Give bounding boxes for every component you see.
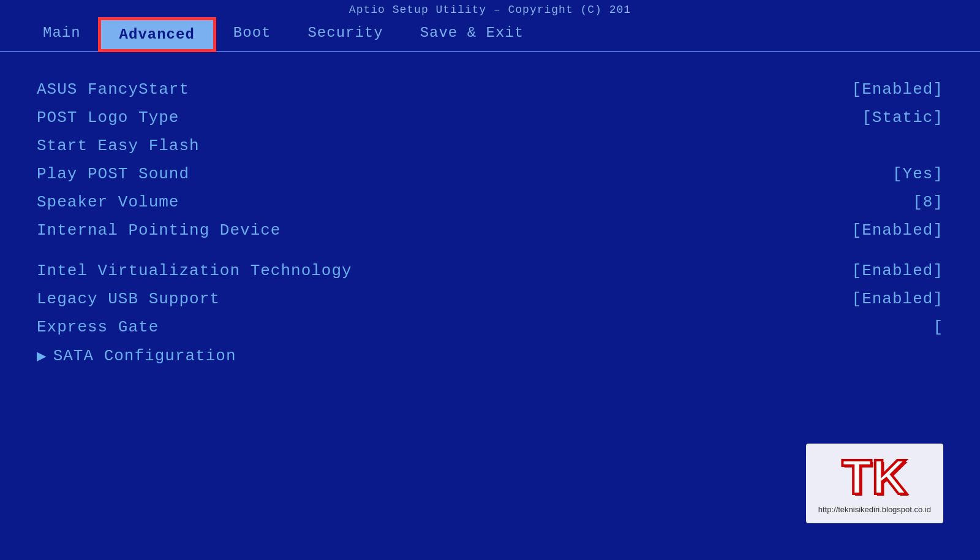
bios-content: ASUS FancyStart[Enabled]POST Logo Type[S… [0, 58, 980, 390]
menu-item-value: [Enabled] [852, 80, 943, 99]
menu-item-value: [Enabled] [852, 290, 943, 308]
bios-header: Aptio Setup Utility – Copyright (C) 201 … [0, 0, 980, 52]
watermark-letter-k: K [872, 450, 907, 504]
menu-item-label: Play POST Sound [37, 165, 189, 183]
submenu-arrow-icon: ▶ [37, 346, 47, 366]
menu-group-1: ASUS FancyStart[Enabled]POST Logo Type[S… [37, 77, 943, 243]
nav-item-boot[interactable]: Boot [215, 18, 290, 51]
table-row[interactable]: POST Logo Type[Static] [37, 105, 943, 131]
menu-item-value: [ [933, 318, 943, 336]
menu-item-label: Speaker Volume [37, 193, 179, 211]
table-row[interactable]: Internal Pointing Device[Enabled] [37, 218, 943, 243]
table-row[interactable]: Start Easy Flash [37, 133, 943, 159]
bios-title: Aptio Setup Utility – Copyright (C) 201 [0, 0, 980, 18]
table-row[interactable]: Speaker Volume[8] [37, 189, 943, 215]
menu-item-label: Express Gate [37, 318, 159, 336]
menu-item-label: Legacy USB Support [37, 290, 220, 308]
menu-item-label: POST Logo Type [37, 108, 179, 127]
menu-item-value: [Enabled] [852, 221, 943, 240]
nav-item-advanced[interactable]: Advanced [99, 18, 215, 51]
table-row[interactable]: ASUS FancyStart[Enabled] [37, 77, 943, 102]
menu-item-label: Start Easy Flash [37, 137, 200, 155]
menu-group-2: Intel Virtualization Technology[Enabled]… [37, 258, 943, 369]
table-row[interactable]: Play POST Sound[Yes] [37, 161, 943, 187]
table-row[interactable]: Express Gate[ [37, 314, 943, 340]
menu-item-value: [Yes] [892, 165, 943, 183]
menu-item-value: [Static] [862, 108, 943, 127]
watermark-url: http://teknisikediri.blogspot.co.id [818, 505, 931, 514]
nav-bar: MainAdvancedBootSecuritySave & Exit [0, 18, 980, 51]
nav-item-main[interactable]: Main [24, 18, 99, 51]
watermark-logo: TK [842, 453, 908, 502]
menu-item-value: [8] [913, 193, 943, 211]
table-row[interactable]: Legacy USB Support[Enabled] [37, 286, 943, 312]
menu-item-label: ASUS FancyStart [37, 80, 189, 99]
menu-item-value: [Enabled] [852, 262, 943, 280]
nav-item-save-exit[interactable]: Save & Exit [402, 18, 542, 51]
table-row[interactable]: ▶SATA Configuration [37, 342, 943, 369]
watermark: TK http://teknisikediri.blogspot.co.id [806, 444, 943, 523]
watermark-letter-t: T [842, 450, 872, 504]
menu-item-label: ▶SATA Configuration [37, 346, 236, 366]
menu-item-label: Internal Pointing Device [37, 221, 281, 240]
menu-item-label: Intel Virtualization Technology [37, 262, 352, 280]
title-text: Aptio Setup Utility – Copyright (C) 201 [349, 4, 631, 16]
table-row[interactable]: Intel Virtualization Technology[Enabled] [37, 258, 943, 284]
nav-item-security[interactable]: Security [289, 18, 401, 51]
